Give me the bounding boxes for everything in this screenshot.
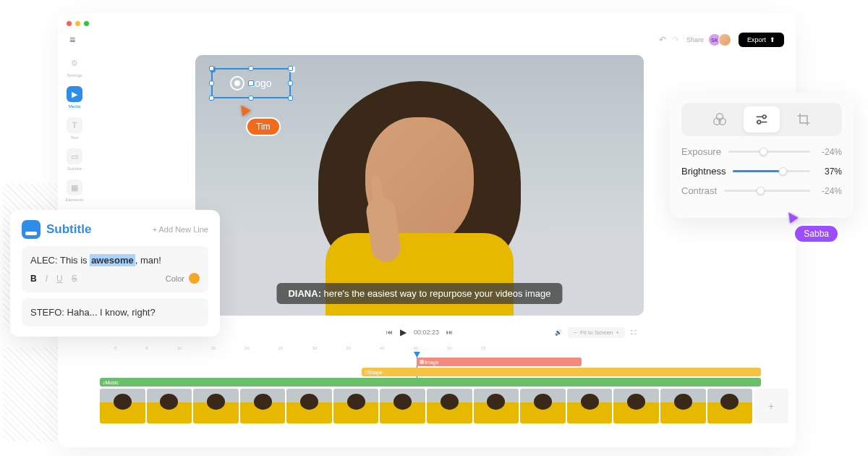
timeline-thumbnail[interactable] <box>613 389 659 423</box>
media-icon: ▶ <box>67 86 82 102</box>
sidebar-item-settings[interactable]: ⚙ Settings <box>67 55 82 77</box>
volume-icon[interactable]: 🔊 <box>555 329 562 336</box>
timeline-thumbnails[interactable]: + <box>100 389 788 423</box>
fullscreen-icon[interactable]: ⛶ <box>631 329 637 336</box>
timeline-thumbnail[interactable] <box>427 389 472 423</box>
minimize-dot[interactable] <box>75 21 80 26</box>
timeline-thumbnail[interactable] <box>333 389 379 423</box>
slider[interactable] <box>733 170 810 172</box>
sidebar-item-media[interactable]: ▶ Media <box>67 86 82 109</box>
timeline-thumbnail[interactable] <box>567 389 613 423</box>
avatar <box>718 33 731 46</box>
subtitle-panel-title: Subtitle <box>46 222 91 237</box>
hamburger-icon[interactable]: ≡ <box>69 34 75 46</box>
maximize-dot[interactable] <box>84 21 89 26</box>
playback-time: 00:02:23 <box>414 329 439 336</box>
resize-handle[interactable] <box>288 96 293 101</box>
resize-handle[interactable] <box>249 96 254 101</box>
collaborator-avatars[interactable]: SK <box>711 33 731 46</box>
prev-icon[interactable]: ⏮ <box>386 329 393 336</box>
sliders-icon <box>754 111 770 127</box>
svg-point-6 <box>757 120 761 124</box>
subtitle-line[interactable]: ALEC: This is awesome, man! B I U S Colo… <box>22 246 208 292</box>
bold-button[interactable]: B <box>30 274 37 284</box>
logo-icon <box>230 76 244 90</box>
subtitle-line[interactable]: STEFO: Haha... I know, right? <box>22 298 208 326</box>
undo-icon[interactable]: ↶ <box>659 35 666 45</box>
resize-handle[interactable] <box>288 81 293 86</box>
color-swatch <box>189 273 200 284</box>
slider[interactable] <box>728 151 810 153</box>
timeline-thumbnail[interactable] <box>520 389 566 423</box>
color-picker[interactable]: Color <box>166 273 200 284</box>
filter-tab[interactable] <box>702 106 738 132</box>
share-button[interactable]: Share <box>686 36 704 43</box>
collaborator-cursor-tim: Tim <box>239 104 281 136</box>
subtitle-panel: Subtitle + Add New Line ALEC: This is aw… <box>10 210 220 337</box>
adjust-row-exposure[interactable]: Exposure-24% <box>681 146 842 157</box>
strikethrough-button[interactable]: S <box>72 274 77 284</box>
adjust-row-contrast[interactable]: Contrast-24% <box>681 185 842 196</box>
resize-handle[interactable] <box>209 96 214 101</box>
playback-controls: ⏮ ▶ 00:02:23 ⏭ 🔊 −Fit to Screen+ ⛶ <box>195 324 644 340</box>
timeline-thumbnail[interactable] <box>707 389 753 423</box>
timeline-thumbnail[interactable] <box>193 389 239 423</box>
timeline-track-image[interactable]: ▦ Image <box>417 358 582 366</box>
text-icon: T <box>67 117 82 133</box>
subtitle-icon: ▭ <box>67 148 82 164</box>
redo-icon[interactable]: ↷ <box>672 35 679 45</box>
subtitle-panel-icon <box>22 220 41 239</box>
resize-handle[interactable] <box>288 66 293 71</box>
export-button[interactable]: Export ⬆ <box>739 33 784 47</box>
adjust-row-brightness[interactable]: Brightness37% <box>681 166 842 177</box>
play-icon[interactable]: ▶ <box>400 327 407 337</box>
add-clip-button[interactable]: + <box>754 389 788 423</box>
timeline-thumbnail[interactable] <box>660 389 706 423</box>
cursor-icon <box>237 102 250 116</box>
add-new-line-button[interactable]: + Add New Line <box>153 225 208 234</box>
timeline-ruler: 0510152025303540455055 <box>100 346 788 356</box>
sidebar-item-elements[interactable]: ▦ Elements <box>65 180 83 202</box>
crop-icon <box>796 112 811 127</box>
filter-icon <box>712 111 728 127</box>
resize-handle[interactable] <box>249 66 254 71</box>
resize-handle[interactable] <box>209 81 214 86</box>
top-bar: ≡ ↶ ↷ Share SK Export ⬆ <box>58 28 796 52</box>
subtitle-text[interactable]: ALEC: This is awesome, man! <box>30 255 200 266</box>
timeline-track-music[interactable]: ♪ Music <box>100 378 761 387</box>
timeline-thumbnail[interactable] <box>147 389 192 423</box>
video-canvas[interactable]: Logo Tim DIANA: here's the easiest way t… <box>195 55 644 316</box>
logo-element[interactable]: Logo <box>211 68 291 98</box>
timeline-thumbnail[interactable] <box>286 389 332 423</box>
timeline-track-shape[interactable]: ◇ Shape <box>362 368 761 376</box>
cursor-icon <box>785 209 799 223</box>
adjustments-panel: Exposure-24%Brightness37%Contrast-24% <box>670 93 854 218</box>
elements-icon: ▦ <box>67 180 82 195</box>
timeline[interactable]: 0510152025303540455055 ▦ Image ◇ Shape ♪… <box>100 346 788 440</box>
gear-icon: ⚙ <box>67 55 82 71</box>
left-sidebar: ⚙ Settings ▶ Media T Text ▭ Subtitle ▦ E… <box>58 52 91 202</box>
timeline-thumbnail[interactable] <box>474 389 519 423</box>
svg-point-4 <box>762 115 766 119</box>
collaborator-cursor-sabba: Sabba <box>786 211 839 243</box>
sidebar-item-text[interactable]: T Text <box>67 117 82 140</box>
resize-handle[interactable] <box>209 66 214 71</box>
underline-button[interactable]: U <box>56 274 63 284</box>
adjust-tab[interactable] <box>744 106 780 132</box>
timeline-thumbnail[interactable] <box>380 389 425 423</box>
logo-text: Logo <box>249 77 271 89</box>
fit-to-screen-button[interactable]: −Fit to Screen+ <box>568 327 625 338</box>
video-subject <box>297 81 542 316</box>
upload-icon: ⬆ <box>770 36 775 43</box>
timeline-thumbnail[interactable] <box>240 389 286 423</box>
slider[interactable] <box>724 190 810 192</box>
italic-button[interactable]: I <box>46 274 48 284</box>
close-dot[interactable] <box>67 21 72 26</box>
timeline-thumbnail[interactable] <box>100 389 145 423</box>
crop-tab[interactable] <box>786 106 822 132</box>
window-traffic-lights <box>58 13 796 28</box>
sidebar-item-subtitle[interactable]: ▭ Subtitle <box>67 148 82 171</box>
video-subtitle-overlay: DIANA: here's the easiest way to repurpo… <box>276 283 562 304</box>
next-icon[interactable]: ⏭ <box>446 329 453 336</box>
